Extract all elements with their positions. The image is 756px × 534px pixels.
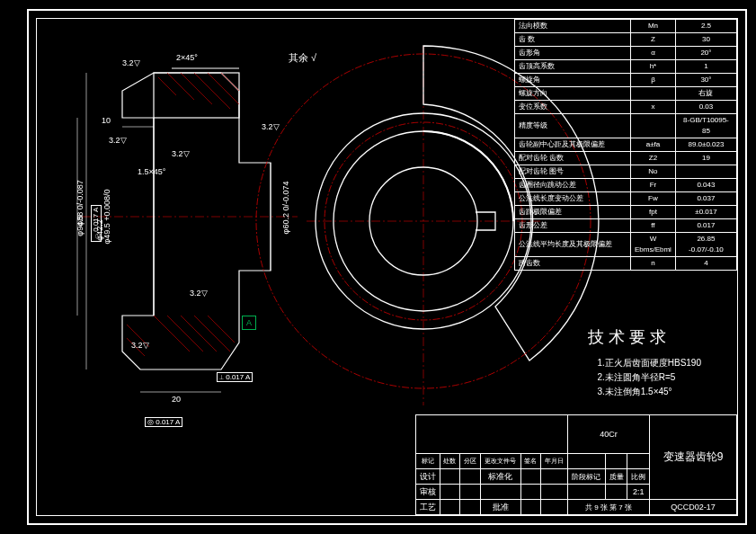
dim-w1: 10 — [102, 116, 111, 125]
tech-req-title: 技 术 要 求 — [588, 325, 701, 351]
svg-rect-4 — [154, 73, 239, 118]
svg-line-17 — [194, 316, 230, 352]
inner-border: 其余 √ — [36, 18, 738, 516]
svg-line-14 — [154, 316, 190, 352]
surf-1: 3.2▽ — [122, 58, 140, 67]
svg-line-15 — [167, 316, 203, 352]
surf-4: 3.2▽ — [190, 289, 208, 298]
technical-requirements: 技 术 要 求 1.正火后齿面硬度HBS1902.未注圆角半径R=53.未注倒角… — [588, 325, 701, 399]
dim-d2: φ94.5 — [76, 215, 84, 236]
surf-2: 3.2▽ — [109, 136, 127, 145]
surf-3: 3.2▽ — [172, 149, 190, 158]
dim-w2: 20 — [172, 395, 181, 404]
drawing-frame: 其余 √ — [0, 0, 756, 534]
svg-line-18 — [208, 316, 235, 343]
gtol-2: ⟂ 0.017 A — [217, 372, 253, 382]
drawing-number: QCCD02-17 — [650, 500, 737, 515]
gtol-1: ⌓ 0.017 A — [91, 205, 102, 242]
datum-a: A — [242, 316, 256, 330]
title-block: 40Cr变速器齿轮9 标记处数分区更改文件号签名年月日 设计标准化 阶段标记质量… — [415, 414, 737, 515]
outer-border: 其余 √ — [27, 9, 747, 525]
material: 40Cr — [568, 415, 650, 454]
surf-5: 3.2▽ — [131, 341, 149, 350]
dim-chamfer2: 1.5×45° — [138, 167, 165, 176]
dim-d5: φ60.2 0/-0.074 — [281, 182, 290, 235]
gear-parameter-table: 法向模数Mn2.5齿 数Z30齿形角α20°齿顶高系数h*1螺旋角β30°螺旋方… — [514, 19, 737, 271]
gtol-3: ◎ 0.017 A — [145, 417, 182, 427]
svg-line-16 — [181, 316, 217, 352]
surf-6: 3.2▽ — [262, 122, 280, 131]
part-name: 变速器齿轮9 — [650, 415, 737, 500]
dim-chamfer1: 2×45° — [176, 53, 198, 62]
